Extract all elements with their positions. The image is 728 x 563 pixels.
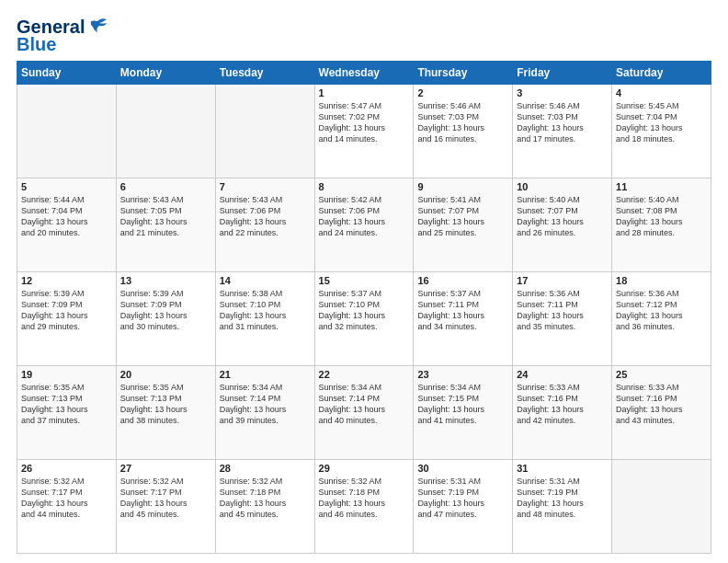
day-cell-5: 5Sunrise: 5:44 AM Sunset: 7:04 PM Daylig… bbox=[17, 178, 117, 272]
weekday-sunday: Sunday bbox=[17, 62, 117, 85]
day-cell-7: 7Sunrise: 5:43 AM Sunset: 7:06 PM Daylig… bbox=[215, 178, 314, 272]
weekday-wednesday: Wednesday bbox=[314, 62, 414, 85]
day-cell-4: 4Sunrise: 5:45 AM Sunset: 7:04 PM Daylig… bbox=[612, 85, 711, 178]
day-cell-22: 22Sunrise: 5:34 AM Sunset: 7:14 PM Dayli… bbox=[314, 366, 414, 460]
day-info: Sunrise: 5:39 AM Sunset: 7:09 PM Dayligh… bbox=[120, 288, 211, 333]
weekday-thursday: Thursday bbox=[414, 62, 513, 85]
week-row-3: 12Sunrise: 5:39 AM Sunset: 7:09 PM Dayli… bbox=[17, 272, 711, 366]
day-info: Sunrise: 5:47 AM Sunset: 7:02 PM Dayligh… bbox=[319, 100, 410, 145]
day-number: 11 bbox=[616, 181, 707, 192]
day-number: 3 bbox=[517, 87, 608, 98]
header: General Blue bbox=[17, 17, 711, 53]
day-number: 26 bbox=[21, 463, 112, 474]
day-number: 12 bbox=[21, 275, 112, 286]
day-info: Sunrise: 5:44 AM Sunset: 7:04 PM Dayligh… bbox=[21, 194, 112, 239]
day-cell-26: 26Sunrise: 5:32 AM Sunset: 7:17 PM Dayli… bbox=[17, 460, 117, 554]
week-row-5: 26Sunrise: 5:32 AM Sunset: 7:17 PM Dayli… bbox=[17, 460, 711, 554]
week-row-4: 19Sunrise: 5:35 AM Sunset: 7:13 PM Dayli… bbox=[17, 366, 711, 460]
day-number: 24 bbox=[517, 369, 608, 380]
day-cell-28: 28Sunrise: 5:32 AM Sunset: 7:18 PM Dayli… bbox=[215, 460, 314, 554]
day-number: 20 bbox=[120, 369, 211, 380]
day-cell-21: 21Sunrise: 5:34 AM Sunset: 7:14 PM Dayli… bbox=[215, 366, 314, 460]
calendar-table: SundayMondayTuesdayWednesdayThursdayFrid… bbox=[17, 61, 711, 554]
day-info: Sunrise: 5:45 AM Sunset: 7:04 PM Dayligh… bbox=[616, 100, 707, 145]
day-number: 10 bbox=[517, 181, 608, 192]
day-info: Sunrise: 5:33 AM Sunset: 7:16 PM Dayligh… bbox=[616, 382, 707, 427]
day-info: Sunrise: 5:38 AM Sunset: 7:10 PM Dayligh… bbox=[220, 288, 311, 333]
day-number: 25 bbox=[616, 369, 707, 380]
weekday-header-row: SundayMondayTuesdayWednesdayThursdayFrid… bbox=[17, 62, 711, 85]
day-info: Sunrise: 5:35 AM Sunset: 7:13 PM Dayligh… bbox=[120, 382, 211, 427]
day-number: 4 bbox=[616, 87, 707, 98]
day-number: 18 bbox=[616, 275, 707, 286]
day-cell-9: 9Sunrise: 5:41 AM Sunset: 7:07 PM Daylig… bbox=[414, 178, 513, 272]
day-info: Sunrise: 5:35 AM Sunset: 7:13 PM Dayligh… bbox=[21, 382, 112, 427]
day-info: Sunrise: 5:32 AM Sunset: 7:18 PM Dayligh… bbox=[220, 476, 311, 521]
day-number: 9 bbox=[417, 181, 508, 192]
day-number: 15 bbox=[319, 275, 410, 286]
day-number: 30 bbox=[417, 463, 508, 474]
day-info: Sunrise: 5:41 AM Sunset: 7:07 PM Dayligh… bbox=[417, 194, 508, 239]
day-cell-27: 27Sunrise: 5:32 AM Sunset: 7:17 PM Dayli… bbox=[116, 460, 215, 554]
day-info: Sunrise: 5:46 AM Sunset: 7:03 PM Dayligh… bbox=[417, 100, 508, 145]
day-cell-3: 3Sunrise: 5:46 AM Sunset: 7:03 PM Daylig… bbox=[513, 85, 612, 178]
day-cell-11: 11Sunrise: 5:40 AM Sunset: 7:08 PM Dayli… bbox=[612, 178, 711, 272]
weekday-friday: Friday bbox=[513, 62, 612, 85]
day-cell-2: 2Sunrise: 5:46 AM Sunset: 7:03 PM Daylig… bbox=[414, 85, 513, 178]
empty-cell bbox=[17, 85, 117, 178]
day-cell-31: 31Sunrise: 5:31 AM Sunset: 7:19 PM Dayli… bbox=[513, 460, 612, 554]
day-number: 21 bbox=[220, 369, 311, 380]
logo-bird-icon bbox=[88, 17, 108, 36]
day-cell-25: 25Sunrise: 5:33 AM Sunset: 7:16 PM Dayli… bbox=[612, 366, 711, 460]
day-cell-18: 18Sunrise: 5:36 AM Sunset: 7:12 PM Dayli… bbox=[612, 272, 711, 366]
day-number: 2 bbox=[417, 87, 508, 98]
day-info: Sunrise: 5:37 AM Sunset: 7:10 PM Dayligh… bbox=[319, 288, 410, 333]
day-cell-29: 29Sunrise: 5:32 AM Sunset: 7:18 PM Dayli… bbox=[314, 460, 414, 554]
day-number: 5 bbox=[21, 181, 112, 192]
day-info: Sunrise: 5:34 AM Sunset: 7:15 PM Dayligh… bbox=[417, 382, 508, 427]
empty-cell bbox=[215, 85, 314, 178]
day-info: Sunrise: 5:37 AM Sunset: 7:11 PM Dayligh… bbox=[417, 288, 508, 333]
day-number: 31 bbox=[517, 463, 608, 474]
day-info: Sunrise: 5:32 AM Sunset: 7:17 PM Dayligh… bbox=[21, 476, 112, 521]
day-cell-23: 23Sunrise: 5:34 AM Sunset: 7:15 PM Dayli… bbox=[414, 366, 513, 460]
day-info: Sunrise: 5:39 AM Sunset: 7:09 PM Dayligh… bbox=[21, 288, 112, 333]
day-info: Sunrise: 5:33 AM Sunset: 7:16 PM Dayligh… bbox=[517, 382, 608, 427]
weekday-tuesday: Tuesday bbox=[215, 62, 314, 85]
day-info: Sunrise: 5:36 AM Sunset: 7:11 PM Dayligh… bbox=[517, 288, 608, 333]
day-number: 22 bbox=[319, 369, 410, 380]
day-number: 14 bbox=[220, 275, 311, 286]
day-cell-20: 20Sunrise: 5:35 AM Sunset: 7:13 PM Dayli… bbox=[116, 366, 215, 460]
day-number: 27 bbox=[120, 463, 211, 474]
day-cell-14: 14Sunrise: 5:38 AM Sunset: 7:10 PM Dayli… bbox=[215, 272, 314, 366]
day-info: Sunrise: 5:32 AM Sunset: 7:17 PM Dayligh… bbox=[120, 476, 211, 521]
day-number: 29 bbox=[319, 463, 410, 474]
weekday-monday: Monday bbox=[116, 62, 215, 85]
logo-blue: Blue bbox=[17, 35, 56, 53]
day-cell-6: 6Sunrise: 5:43 AM Sunset: 7:05 PM Daylig… bbox=[116, 178, 215, 272]
day-cell-24: 24Sunrise: 5:33 AM Sunset: 7:16 PM Dayli… bbox=[513, 366, 612, 460]
day-number: 17 bbox=[517, 275, 608, 286]
day-cell-16: 16Sunrise: 5:37 AM Sunset: 7:11 PM Dayli… bbox=[414, 272, 513, 366]
day-number: 16 bbox=[417, 275, 508, 286]
day-info: Sunrise: 5:34 AM Sunset: 7:14 PM Dayligh… bbox=[319, 382, 410, 427]
day-cell-17: 17Sunrise: 5:36 AM Sunset: 7:11 PM Dayli… bbox=[513, 272, 612, 366]
day-number: 28 bbox=[220, 463, 311, 474]
empty-cell bbox=[116, 85, 215, 178]
day-number: 8 bbox=[319, 181, 410, 192]
day-cell-30: 30Sunrise: 5:31 AM Sunset: 7:19 PM Dayli… bbox=[414, 460, 513, 554]
week-row-2: 5Sunrise: 5:44 AM Sunset: 7:04 PM Daylig… bbox=[17, 178, 711, 272]
day-info: Sunrise: 5:40 AM Sunset: 7:08 PM Dayligh… bbox=[616, 194, 707, 239]
day-info: Sunrise: 5:34 AM Sunset: 7:14 PM Dayligh… bbox=[220, 382, 311, 427]
day-info: Sunrise: 5:40 AM Sunset: 7:07 PM Dayligh… bbox=[517, 194, 608, 239]
day-cell-1: 1Sunrise: 5:47 AM Sunset: 7:02 PM Daylig… bbox=[314, 85, 414, 178]
day-info: Sunrise: 5:43 AM Sunset: 7:05 PM Dayligh… bbox=[120, 194, 211, 239]
day-info: Sunrise: 5:43 AM Sunset: 7:06 PM Dayligh… bbox=[220, 194, 311, 239]
day-info: Sunrise: 5:42 AM Sunset: 7:06 PM Dayligh… bbox=[319, 194, 410, 239]
day-number: 6 bbox=[120, 181, 211, 192]
day-info: Sunrise: 5:32 AM Sunset: 7:18 PM Dayligh… bbox=[319, 476, 410, 521]
day-cell-12: 12Sunrise: 5:39 AM Sunset: 7:09 PM Dayli… bbox=[17, 272, 117, 366]
logo: General Blue bbox=[17, 17, 108, 53]
day-number: 19 bbox=[21, 369, 112, 380]
day-number: 7 bbox=[220, 181, 311, 192]
